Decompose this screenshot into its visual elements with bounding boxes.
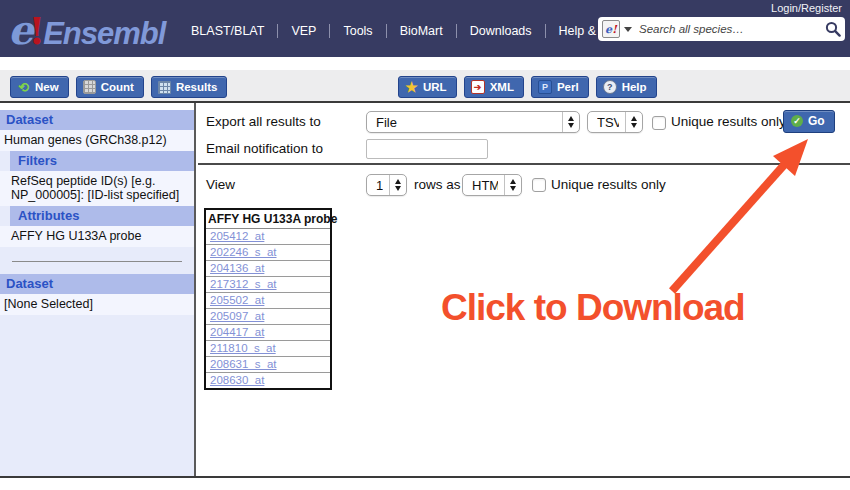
help-button-label: Help	[622, 81, 647, 93]
star-icon: ★	[405, 81, 418, 94]
masthead: Login/Register e!Ensembl BLAST/BLAT VEP …	[0, 0, 850, 57]
sidebar-dataset2-header[interactable]: Dataset	[0, 274, 194, 294]
sidebar-attributes-header[interactable]: Attributes	[10, 206, 194, 226]
view-format-value: HTML	[472, 178, 498, 193]
sidebar-attributes-value[interactable]: AFFY HG U133A probe	[0, 226, 194, 247]
rows-as-label: rows as	[414, 177, 461, 192]
export-label: Export all results to	[206, 114, 321, 129]
biomart-results-page: Login/Register e!Ensembl BLAST/BLAT VEP …	[0, 0, 850, 490]
email-input[interactable]	[366, 139, 488, 159]
sidebar-dataset-value[interactable]: Human genes (GRCh38.p12)	[0, 130, 194, 151]
stepper-icon	[625, 112, 642, 132]
probe-link[interactable]: 204136_at	[206, 260, 330, 276]
export-unique-label: Unique results only	[671, 114, 786, 129]
nav-tools[interactable]: Tools	[329, 24, 385, 38]
nav-blast-blat[interactable]: BLAST/BLAT	[178, 24, 277, 38]
view-rows-select[interactable]: 10	[366, 174, 407, 196]
toolbar-right-group: ★ URL ➔ XML P Perl ? Help	[398, 76, 657, 98]
export-type-value: TSV	[597, 115, 619, 130]
stepper-icon	[389, 175, 406, 195]
xml-button[interactable]: ➔ XML	[464, 76, 524, 98]
results-button-label: Results	[176, 81, 218, 93]
species-search-box[interactable]: e!	[598, 17, 845, 41]
probe-link[interactable]: 211810_s_at	[206, 340, 330, 356]
header-gap	[0, 57, 850, 70]
sidebar-divider	[12, 261, 182, 262]
probe-link[interactable]: 202246_s_at	[206, 244, 330, 260]
view-unique-label: Unique results only	[551, 177, 666, 192]
toolbar-left-group: ⟲ New Count Results	[10, 76, 227, 98]
click-to-download-annotation: Click to Download	[441, 287, 745, 329]
url-button[interactable]: ★ URL	[398, 76, 457, 98]
export-format-value: File	[376, 115, 556, 130]
probe-link[interactable]: 205097_at	[206, 308, 330, 324]
xml-icon: ➔	[471, 80, 485, 94]
probe-link[interactable]: 205502_at	[206, 292, 330, 308]
view-format-select[interactable]: HTML	[462, 174, 522, 196]
export-type-select[interactable]: TSV	[587, 111, 643, 133]
go-button-label: Go	[808, 114, 825, 128]
export-unique-checkbox[interactable]	[652, 116, 666, 130]
stepper-icon	[562, 112, 579, 132]
results-button[interactable]: Results	[151, 76, 228, 98]
search-icon[interactable]	[825, 21, 841, 37]
probe-link[interactable]: 205412_at	[206, 229, 330, 244]
probe-link[interactable]: 208631_s_at	[206, 356, 330, 372]
panel-divider	[198, 163, 850, 165]
url-button-label: URL	[423, 81, 447, 93]
help-icon: ?	[603, 80, 617, 94]
sidebar-filters-header[interactable]: Filters	[10, 151, 194, 171]
search-species-icon: e!	[602, 20, 620, 38]
nav-downloads[interactable]: Downloads	[456, 24, 545, 38]
search-scope-dropdown-icon[interactable]	[624, 27, 632, 32]
count-button[interactable]: Count	[76, 76, 144, 98]
login-register-link[interactable]: Login/Register	[771, 2, 842, 14]
count-button-label: Count	[101, 81, 134, 93]
probe-link[interactable]: 204417_at	[206, 324, 330, 340]
check-circle-icon: ✓	[791, 115, 803, 127]
sidebar-dataset-header[interactable]: Dataset	[0, 110, 194, 130]
bottom-margin	[0, 478, 850, 490]
xml-button-label: XML	[490, 81, 514, 93]
search-input[interactable]	[637, 22, 821, 36]
view-rows-value: 10	[376, 178, 383, 193]
content-area: Dataset Human genes (GRCh38.p12) Filters…	[0, 103, 850, 478]
perl-icon: P	[538, 80, 552, 94]
nav-biomart[interactable]: BioMart	[386, 24, 456, 38]
view-label: View	[206, 177, 235, 192]
perl-button-label: Perl	[557, 81, 579, 93]
new-button[interactable]: ⟲ New	[10, 76, 69, 98]
help-button[interactable]: ? Help	[596, 76, 657, 98]
results-table: AFFY HG U133A probe 205412_at 202246_s_a…	[204, 208, 332, 390]
results-panel: Export all results to File TSV Unique re…	[198, 103, 850, 476]
results-table-header: AFFY HG U133A probe	[206, 210, 330, 229]
stepper-icon	[504, 175, 521, 195]
ensembl-logo[interactable]: e!Ensembl	[8, 6, 165, 53]
export-format-select[interactable]: File	[366, 111, 580, 133]
sidebar-top-gap	[0, 103, 194, 110]
view-unique-checkbox[interactable]	[532, 178, 546, 192]
logo-wordmark: Ensembl	[43, 16, 165, 51]
perl-button[interactable]: P Perl	[531, 76, 589, 98]
email-label: Email notification to	[206, 141, 323, 156]
go-button[interactable]: ✓ Go	[783, 110, 835, 133]
refresh-icon: ⟲	[17, 81, 30, 94]
probe-link[interactable]: 217312_s_at	[206, 276, 330, 292]
nav-vep[interactable]: VEP	[277, 24, 329, 38]
query-summary-sidebar: Dataset Human genes (GRCh38.p12) Filters…	[0, 103, 196, 476]
table-icon	[158, 81, 171, 94]
sidebar-dataset2-value[interactable]: [None Selected]	[0, 294, 194, 315]
calculator-icon	[83, 80, 96, 94]
new-button-label: New	[35, 81, 59, 93]
biomart-toolbar: ⟲ New Count Results ★ URL ➔ XML P	[0, 70, 850, 103]
sidebar-filters-value[interactable]: RefSeq peptide ID(s) [e.g. NP_000005]: […	[0, 171, 194, 206]
probe-link[interactable]: 208630_at	[206, 372, 330, 388]
